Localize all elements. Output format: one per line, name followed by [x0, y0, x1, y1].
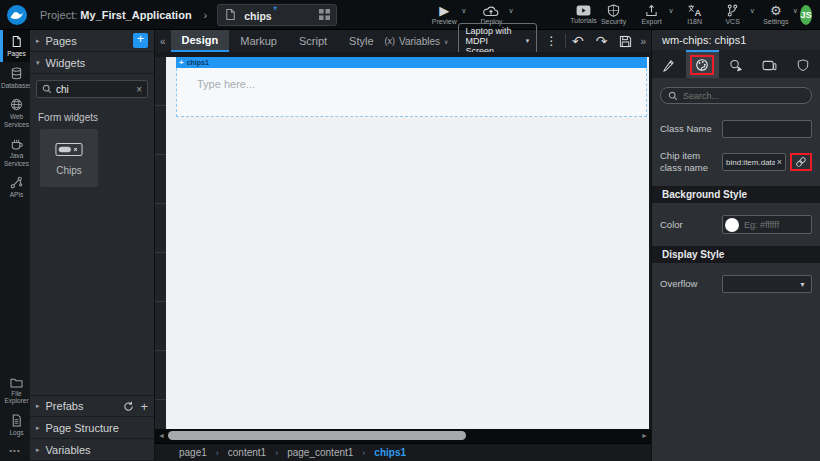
design-toolbar: « Design Markup Script Style (x) Variabl… — [155, 30, 651, 52]
export-chevron-icon[interactable]: ∨ — [669, 7, 674, 15]
class-name-row: Class Name — [652, 120, 820, 138]
clear-search-icon[interactable]: × — [136, 84, 142, 95]
i18n-button[interactable]: A I18N — [680, 4, 710, 25]
add-page-button[interactable]: + — [133, 33, 148, 48]
variables-button[interactable]: (x) Variables ∨ — [385, 36, 449, 47]
widget-tile-chips[interactable]: Chips — [40, 129, 98, 187]
breadcrumb-content1[interactable]: content1 — [228, 447, 266, 458]
vcs-chevron-icon[interactable]: ∨ — [750, 7, 755, 15]
sidebar-item-java-services[interactable]: Java Services — [0, 132, 30, 171]
svg-text:A: A — [695, 8, 702, 17]
export-button[interactable]: Export — [637, 4, 667, 25]
class-name-label: Class Name — [660, 123, 722, 135]
vcs-branch-icon — [726, 4, 739, 17]
color-swatch[interactable] — [725, 218, 739, 232]
caret-down-icon: ▼ — [799, 281, 806, 288]
properties-search-input[interactable] — [683, 91, 804, 101]
more-menu-icon[interactable]: ⋮ — [537, 34, 565, 48]
widget-search-input[interactable] — [56, 84, 132, 95]
sidebar-item-apis[interactable]: APIs — [0, 171, 30, 203]
tab-events[interactable] — [719, 50, 753, 78]
section-display-style[interactable]: Display Style — [652, 246, 820, 263]
shield-icon — [797, 59, 809, 71]
settings-button[interactable]: ⚙ Settings — [761, 4, 791, 25]
chevron-right-icon: › — [362, 448, 365, 458]
overflow-select[interactable]: ▼ — [722, 275, 812, 293]
chips-widget-instance[interactable]: + chips1 Type here... — [176, 57, 647, 117]
tutorials-button[interactable]: Tutorials — [569, 5, 599, 24]
chip-item-class-input[interactable]: bind:item.datavalue.d × — [722, 153, 786, 171]
accordion-pages[interactable]: ▸ Pages + — [30, 30, 154, 52]
page-grid-icon[interactable] — [319, 9, 330, 20]
design-canvas[interactable]: + chips1 Type here... — [166, 57, 649, 429]
expand-right-panel-icon[interactable]: » — [638, 36, 651, 47]
selected-widget-name: chips1 — [187, 59, 209, 66]
clear-binding-icon[interactable]: × — [777, 157, 782, 167]
tab-styles[interactable] — [686, 50, 720, 78]
style-palette-icon — [695, 58, 709, 72]
deploy-chevron-icon[interactable]: ∨ — [508, 7, 513, 15]
scrollbar-thumb[interactable] — [168, 431, 466, 440]
preview-button[interactable]: ▶ Preview — [429, 5, 459, 25]
chips-input-placeholder[interactable]: Type here... — [176, 68, 647, 117]
chip-item-class-row: Chip item class name bind:item.datavalue… — [652, 150, 820, 174]
accordion-widgets[interactable]: ▾ Widgets — [30, 52, 154, 74]
chip-item-class-label: Chip item class name — [660, 150, 722, 174]
main-nav-sidebar: Pages Databases Web Services Java Servic… — [0, 30, 30, 461]
bind-link-icon[interactable] — [795, 156, 807, 168]
page-tab-chips[interactable]: chips * — [217, 4, 337, 26]
scroll-right-icon[interactable]: ► — [641, 432, 648, 439]
sidebar-item-web-services[interactable]: Web Services — [0, 93, 30, 132]
deploy-button[interactable]: Deploy — [476, 5, 506, 25]
more-options-icon[interactable]: ••• — [0, 440, 30, 461]
preview-chevron-icon[interactable]: ∨ — [461, 7, 466, 15]
sidebar-item-logs[interactable]: Logs — [0, 409, 30, 441]
accordion-page-structure[interactable]: ▸ Page Structure — [30, 417, 154, 439]
tab-design[interactable]: Design — [171, 30, 230, 52]
vcs-button[interactable]: VCS — [718, 4, 748, 25]
tab-style[interactable]: Style — [338, 30, 384, 52]
save-icon[interactable] — [613, 35, 638, 48]
sidebar-item-file-explorer[interactable]: File Explorer — [0, 372, 30, 409]
tab-security[interactable] — [786, 50, 820, 78]
chevron-right-icon: › — [216, 448, 219, 458]
settings-chevron-icon[interactable]: ∨ — [793, 7, 798, 15]
search-icon — [668, 91, 678, 101]
tab-markup[interactable]: Markup — [229, 30, 288, 52]
tab-device[interactable] — [753, 50, 787, 78]
properties-tab-bar — [652, 50, 820, 78]
sidebar-item-pages[interactable]: Pages — [0, 30, 30, 62]
widget-breadcrumb: page1 › content1 › page_content1 › chips… — [155, 443, 651, 461]
add-prefab-icon[interactable]: + — [140, 399, 148, 414]
accordion-variables[interactable]: ▸ Variables — [30, 439, 154, 461]
widget-selection-bar[interactable]: + chips1 — [176, 57, 647, 68]
horizontal-scrollbar[interactable]: ◄ ► — [155, 429, 651, 443]
accordion-prefabs[interactable]: ▸ Prefabs + — [30, 395, 154, 417]
overflow-row: Overflow ▼ — [652, 275, 820, 293]
redo-icon[interactable]: ↷ — [590, 34, 614, 48]
user-avatar[interactable]: JS — [800, 5, 812, 25]
undo-icon[interactable]: ↶ — [566, 34, 590, 48]
class-name-input[interactable] — [722, 120, 812, 138]
tab-properties[interactable] — [652, 50, 686, 78]
collapse-left-panel-icon[interactable]: « — [155, 36, 171, 47]
chevron-collapsed-icon: ▸ — [36, 37, 40, 45]
top-bar: Project: My_First_Application › chips * … — [0, 0, 820, 30]
breadcrumb-chips1[interactable]: chips1 — [374, 447, 406, 458]
scroll-left-icon[interactable]: ◄ — [158, 432, 165, 439]
sidebar-item-databases[interactable]: Databases — [0, 62, 30, 94]
security-shield-icon — [607, 4, 620, 17]
wavemaker-studio: Project: My_First_Application › chips * … — [0, 0, 820, 461]
design-area: « Design Markup Script Style (x) Variabl… — [155, 30, 651, 461]
wavemaker-logo-icon[interactable] — [6, 4, 28, 26]
section-background-style[interactable]: Background Style — [652, 186, 820, 203]
color-input[interactable] — [744, 220, 806, 230]
refresh-prefabs-icon[interactable] — [123, 401, 134, 412]
breadcrumb-page-content1[interactable]: page_content1 — [287, 447, 353, 458]
overflow-label: Overflow — [660, 278, 722, 290]
security-button[interactable]: Security — [599, 4, 629, 25]
annotation-box — [790, 153, 812, 171]
tab-script[interactable]: Script — [288, 30, 338, 52]
chevron-collapsed-icon: ▸ — [36, 446, 40, 454]
breadcrumb-page1[interactable]: page1 — [179, 447, 207, 458]
